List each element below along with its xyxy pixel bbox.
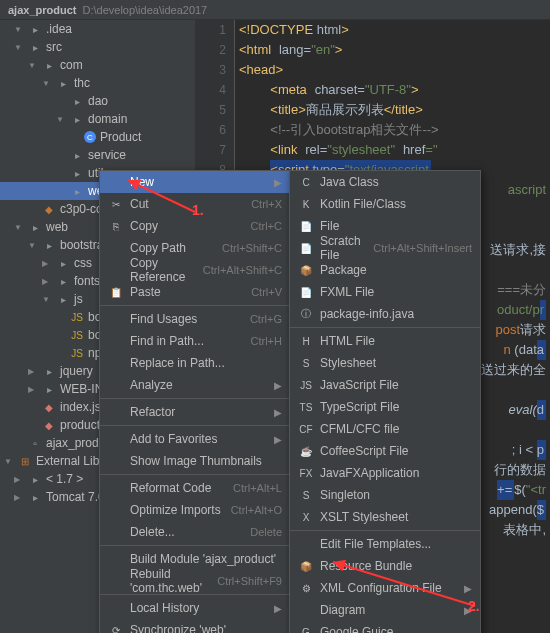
menu-item-xml-configuration-file[interactable]: ⚙XML Configuration File▶ [290, 577, 480, 599]
folder-icon: ▸ [70, 112, 84, 126]
menu-item-label: Rebuild 'com.thc.web' [130, 567, 217, 595]
menu-item-javafxapplication[interactable]: FXJavaFXApplication [290, 462, 480, 484]
menu-item-copy-reference[interactable]: Copy ReferenceCtrl+Alt+Shift+C [100, 259, 290, 281]
menu-item-replace-in-path-[interactable]: Replace in Path... [100, 352, 290, 374]
menu-item-icon: ⎘ [108, 218, 124, 234]
menu-item-find-in-path-[interactable]: Find in Path...Ctrl+H [100, 330, 290, 352]
menu-item-icon [298, 536, 314, 552]
tree-arrow-icon: ▼ [14, 25, 24, 34]
menu-item-add-to-favorites[interactable]: Add to Favorites▶ [100, 428, 290, 450]
menu-item-icon [108, 480, 124, 496]
menu-shortcut: Ctrl+X [251, 198, 282, 210]
menu-item-edit-file-templates-[interactable]: Edit File Templates... [290, 533, 480, 555]
menu-item-package-info-java[interactable]: ⓘpackage-info.java [290, 303, 480, 325]
line-number: 7 [195, 140, 234, 160]
folder-icon: ▸ [28, 490, 42, 504]
line-number: 6 [195, 120, 234, 140]
menu-item-label: Scratch File [320, 234, 373, 262]
menu-item-icon: 📋 [108, 284, 124, 300]
menu-item-label: Optimize Imports [130, 503, 231, 517]
menu-shortcut: Ctrl+G [250, 313, 282, 325]
menu-item-synchronize-web-[interactable]: ⟳Synchronize 'web' [100, 619, 290, 633]
tree-item-service[interactable]: ▸service [0, 146, 195, 164]
tree-item--idea[interactable]: ▼▸.idea [0, 20, 195, 38]
menu-item-label: package-info.java [320, 307, 472, 321]
tree-arrow-icon: ▼ [28, 61, 38, 70]
menu-item-icon [108, 174, 124, 190]
menu-item-rebuild-com-thc-web-[interactable]: Rebuild 'com.thc.web'Ctrl+Shift+F9 [100, 570, 290, 592]
menu-item-label: Resource Bundle [320, 559, 472, 573]
menu-item-diagram[interactable]: Diagram▶ [290, 599, 480, 621]
menu-item-singleton[interactable]: SSingleton [290, 484, 480, 506]
tree-item-thc[interactable]: ▼▸thc [0, 74, 195, 92]
line-number: 5 [195, 100, 234, 120]
menu-item-stylesheet[interactable]: SStylesheet [290, 352, 480, 374]
menu-item-google-guice[interactable]: GGoogle Guice [290, 621, 480, 633]
menu-item-xslt-stylesheet[interactable]: XXSLT Stylesheet [290, 506, 480, 528]
lib-icon: ⊞ [18, 454, 32, 468]
context-menu-main[interactable]: New▶✂CutCtrl+X⎘CopyCtrl+CCopy PathCtrl+S… [99, 170, 291, 633]
menu-item-icon [108, 551, 124, 567]
line-number: 4 [195, 80, 234, 100]
menu-item-fxml-file[interactable]: 📄FXML File [290, 281, 480, 303]
tree-label: css [74, 256, 92, 270]
menu-item-refactor[interactable]: Refactor▶ [100, 401, 290, 423]
menu-item-icon: 📦 [298, 262, 314, 278]
html-icon: ◆ [42, 400, 56, 414]
menu-item-icon: ⟳ [108, 622, 124, 633]
menu-item-local-history[interactable]: Local History▶ [100, 597, 290, 619]
context-menu-new[interactable]: CJava ClassKKotlin File/Class📄File📄Scrat… [289, 170, 481, 633]
tree-item-dao[interactable]: ▸dao [0, 92, 195, 110]
menu-item-resource-bundle[interactable]: 📦Resource Bundle [290, 555, 480, 577]
menu-item-reformat-code[interactable]: Reformat CodeCtrl+Alt+L [100, 477, 290, 499]
menu-item-label: Stylesheet [320, 356, 472, 370]
tree-arrow-icon: ▶ [28, 367, 38, 376]
menu-item-analyze[interactable]: Analyze▶ [100, 374, 290, 396]
menu-item-scratch-file[interactable]: 📄Scratch FileCtrl+Alt+Shift+Insert [290, 237, 480, 259]
html-icon: ◆ [42, 418, 56, 432]
menu-item-kotlin-file-class[interactable]: KKotlin File/Class [290, 193, 480, 215]
menu-item-html-file[interactable]: HHTML File [290, 330, 480, 352]
menu-item-package[interactable]: 📦Package [290, 259, 480, 281]
tree-label: com [60, 58, 83, 72]
menu-item-cfml-cfc-file[interactable]: CFCFML/CFC file [290, 418, 480, 440]
menu-item-paste[interactable]: 📋PasteCtrl+V [100, 281, 290, 303]
tree-item-com[interactable]: ▼▸com [0, 56, 195, 74]
menu-item-coffeescript-file[interactable]: ☕CoffeeScript File [290, 440, 480, 462]
menu-item-icon [108, 355, 124, 371]
menu-item-label: Refactor [130, 405, 274, 419]
menu-item-icon: H [298, 333, 314, 349]
menu-item-copy[interactable]: ⎘CopyCtrl+C [100, 215, 290, 237]
menu-item-label: XSLT Stylesheet [320, 510, 472, 524]
menu-item-find-usages[interactable]: Find UsagesCtrl+G [100, 308, 290, 330]
menu-item-label: Cut [130, 197, 251, 211]
tree-arrow-icon: ▼ [28, 241, 38, 250]
menu-item-icon: ⓘ [298, 306, 314, 322]
menu-item-typescript-file[interactable]: TSTypeScript File [290, 396, 480, 418]
tree-item-domain[interactable]: ▼▸domain [0, 110, 195, 128]
tree-item-product[interactable]: CProduct [0, 128, 195, 146]
menu-item-label: CoffeeScript File [320, 444, 472, 458]
folder-icon: ▸ [56, 292, 70, 306]
tree-item-src[interactable]: ▼▸src [0, 38, 195, 56]
tree-label: fonts [74, 274, 100, 288]
menu-item-java-class[interactable]: CJava Class [290, 171, 480, 193]
menu-item-new[interactable]: New▶ [100, 171, 290, 193]
menu-item-show-image-thumbnails[interactable]: Show Image Thumbnails [100, 450, 290, 472]
submenu-arrow-icon: ▶ [274, 407, 282, 418]
tree-arrow-icon: ▶ [14, 493, 24, 502]
menu-item-label: Synchronize 'web' [130, 623, 282, 633]
menu-item-optimize-imports[interactable]: Optimize ImportsCtrl+Alt+O [100, 499, 290, 521]
tree-arrow-icon: ▼ [4, 457, 14, 466]
menu-item-icon [108, 524, 124, 540]
menu-item-delete-[interactable]: Delete...Delete [100, 521, 290, 543]
tree-arrow-icon: ▼ [14, 43, 24, 52]
tree-label: jquery [60, 364, 93, 378]
menu-item-javascript-file[interactable]: JSJavaScript File [290, 374, 480, 396]
menu-item-icon: C [298, 174, 314, 190]
tree-label: Product [100, 130, 141, 144]
menu-item-file[interactable]: 📄File [290, 215, 480, 237]
folder-icon: ▸ [28, 472, 42, 486]
menu-item-icon [108, 431, 124, 447]
tree-label: service [88, 148, 126, 162]
